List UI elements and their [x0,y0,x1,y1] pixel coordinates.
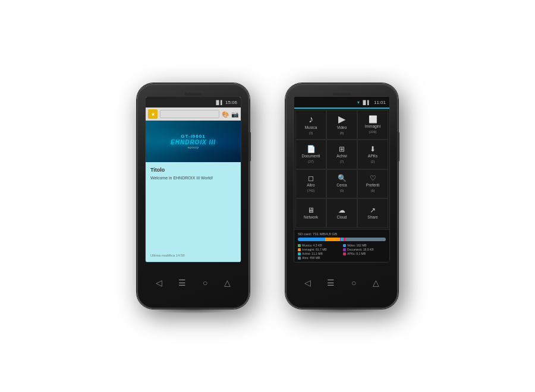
altro-count: (742) [307,189,315,192]
search-button2[interactable]: ○ [351,278,356,287]
cerca-label: Cerca [336,183,347,188]
apks-label: APKs [368,154,377,159]
bookmark-icon[interactable]: ★ [148,109,158,119]
phone1-banner-sub: epocrp [188,146,199,149]
address-bar[interactable] [160,110,219,118]
musica-count: (3) [309,131,313,135]
camera-icon[interactable]: 📷 [231,111,238,118]
grid-item-musica[interactable]: ♪ Musica (3) [295,110,326,140]
legend-dot-apks [343,252,346,255]
storage-bar [298,238,386,241]
legend-dot-immagini [298,248,301,251]
storage-seg-immagini [325,238,340,241]
image-icon: ⬜ [369,116,377,123]
archive-icon: ⊞ [339,146,345,153]
home-button[interactable]: △ [224,278,231,287]
legend-dot-musica [298,244,301,247]
grid-item-altro[interactable]: ◻ Altro (742) [295,169,326,199]
legend-dot-achivi [298,252,301,255]
grid-item-documenti[interactable]: 📄 Documenti (27) [295,140,326,169]
grid-item-preferiti[interactable]: ♡ Preferiti (9) [357,169,388,199]
legend-dot-video [343,244,346,247]
phone2-speaker [331,90,353,94]
legend-video: Video: 162 MB [343,244,386,247]
search-icon: 🔍 [338,175,347,182]
home-button2[interactable]: △ [373,278,379,287]
phone1-speaker [182,90,204,94]
altro-icon: ◻ [308,175,314,182]
phone1-banner: GT-i9001 EHNDROIX III epocrp [146,121,241,162]
grid-item-video[interactable]: ▶ Video (8) [326,110,357,140]
back-button2[interactable]: ◁ [304,278,311,287]
phone1-time: 15:06 [225,100,237,105]
grid-item-cerca[interactable]: 🔍 Cerca (0) [326,169,357,199]
menu-button2[interactable]: ☰ [327,278,335,287]
phone2-time: 11:01 [374,100,386,105]
achivi-count: (7) [340,160,344,163]
phone2-wifi: ▾ [357,100,360,105]
grid-item-network[interactable]: 🖥 Network [295,198,326,228]
phone2-status-bar: ▾ ▐▌▌ 11:01 [294,97,389,108]
storage-title: SD card: 731 MB/4,8 GB [298,232,386,236]
immagini-count: (209) [369,130,377,134]
phone1: ▐▌▌ 15:06 ★ 🎨 📷 GT-i9001 EHNDROIX III ep… [137,83,250,309]
video-count: (8) [340,131,344,135]
card-text: Welcome in EHNDROIX III World! [150,175,236,181]
immagini-label: Immagini [365,124,380,129]
apk-icon: ⬇ [370,146,376,153]
document-icon: 📄 [307,146,316,153]
grid-item-apks[interactable]: ⬇ APKs (2) [357,140,388,169]
phone2-wrapper: ▾ ▐▌▌ 11:01 ♪ Musica (3) ▶ [285,83,398,309]
legend-altro: Altro: 458 MB [298,256,341,260]
screen1: ▐▌▌ 15:06 ★ 🎨 📷 GT-i9001 EHNDROIX III ep… [146,97,241,262]
music-icon: ♪ [309,115,313,124]
legend-text-achivi: Achivi: 11,1 MB [302,252,323,255]
phone1-signal: ▐▌▌ [215,100,224,105]
cloud-label: Cloud [337,215,347,220]
phone1-banner-logo: EHNDROIX III [171,139,216,146]
screen2: ▾ ▐▌▌ 11:01 ♪ Musica (3) ▶ [294,97,389,262]
cerca-count: (0) [340,189,344,192]
storage-area: SD card: 731 MB/4,8 GB [294,229,389,262]
achivi-label: Achivi [336,154,347,159]
menu-button[interactable]: ☰ [178,278,186,287]
scene: ▐▌▌ 15:06 ★ 🎨 📷 GT-i9001 EHNDROIX III ep… [0,0,535,392]
documenti-count: (27) [308,160,314,163]
grid-item-cloud[interactable]: ☁ Cloud [326,198,357,228]
phone1-nav-bar: ◁ ☰ ○ △ [141,263,245,299]
phone2-nav-bar: ◁ ☰ ○ △ [290,263,394,299]
palette-icon[interactable]: 🎨 [222,111,229,118]
network-label: Network [304,215,318,220]
video-icon: ▶ [338,115,345,124]
phone2-signal: ▐▌▌ [361,100,370,105]
back-button[interactable]: ◁ [156,278,162,287]
phone1-shadow [152,306,235,314]
phone1-status-bar: ▐▌▌ 15:06 [146,97,241,108]
phone1-content-card: Titolo Welcome in EHNDROIX III World! Ul… [146,162,241,262]
phone2-shadow [300,306,383,314]
legend-apks: APKs: 8,1 MB [343,252,386,255]
legend-dot-altro [298,257,301,260]
legend-text-video: Video: 162 MB [347,244,367,247]
phone2: ▾ ▐▌▌ 11:01 ♪ Musica (3) ▶ [285,83,398,309]
preferiti-label: Preferiti [366,183,379,188]
search-button[interactable]: ○ [203,278,207,287]
phone1-wrapper: ▐▌▌ 15:06 ★ 🎨 📷 GT-i9001 EHNDROIX III ep… [137,83,250,309]
phone1-screen: ▐▌▌ 15:06 ★ 🎨 📷 GT-i9001 EHNDROIX III ep… [145,96,241,263]
legend-text-documenti: Documenti: 18,9 KB [347,248,373,251]
preferiti-count: (9) [371,189,375,192]
storage-legend: Musica: 4,3 KB Video: 162 MB Immagini: 9… [298,244,386,260]
legend-documenti: Documenti: 18,9 KB [343,248,386,251]
grid-item-share[interactable]: ↗ Share [357,198,388,228]
altro-label: Altro [307,183,314,188]
legend-text-altro: Altro: 458 MB [302,256,320,260]
phone1-top-bar: ★ 🎨 📷 [146,108,241,121]
grid-item-achivi[interactable]: ⊞ Achivi (7) [326,140,357,169]
grid-item-immagini[interactable]: ⬜ Immagini (209) [357,110,388,140]
heart-icon: ♡ [370,175,376,182]
file-manager-grid: ♪ Musica (3) ▶ Video (8) ⬜ Immagini [294,109,389,229]
apks-count: (2) [371,160,375,163]
share-label: Share [367,215,377,220]
musica-label: Musica [305,125,317,130]
network-icon: 🖥 [307,207,314,214]
